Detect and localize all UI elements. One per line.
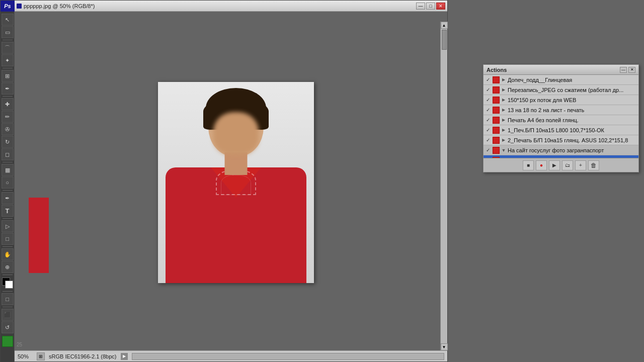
action-row-5[interactable]: ✓▶1_Печ.Б/П 10на15 L800 100,7*150-ОК bbox=[484, 125, 638, 135]
action-arrow-7[interactable]: ▼ bbox=[501, 147, 507, 153]
zoom-level: 50% bbox=[18, 353, 33, 359]
background-right bbox=[448, 0, 644, 362]
action-stop-btn[interactable]: ■ bbox=[523, 160, 534, 170]
action-icon-6 bbox=[493, 137, 500, 144]
action-label-1: Перезапись_JPEG со сжатием (работал др..… bbox=[508, 87, 637, 93]
standard-mode[interactable]: □ bbox=[2, 293, 14, 305]
actions-minimize-btn[interactable]: — bbox=[620, 67, 627, 73]
action-label-0: Допеч_подд__Глинцевая bbox=[508, 77, 637, 83]
action-row-1[interactable]: ✓▶Перезапись_JPEG со сжатием (работал др… bbox=[484, 85, 638, 95]
action-check-2[interactable]: ✓ bbox=[485, 97, 492, 104]
shape-tool[interactable]: □ bbox=[2, 233, 14, 245]
rotate-view[interactable]: ↺ bbox=[2, 321, 14, 333]
hand-tool[interactable]: ✋ bbox=[2, 248, 14, 260]
lasso-tool[interactable]: ⌒ bbox=[2, 42, 14, 54]
close-button[interactable]: ✕ bbox=[436, 3, 445, 10]
action-check-0[interactable]: ✓ bbox=[485, 76, 492, 83]
tool-divider-4 bbox=[3, 162, 13, 162]
action-check-6[interactable]: ✓ bbox=[485, 137, 492, 144]
scroll-up-arrow[interactable]: ▲ bbox=[441, 22, 448, 29]
window-controls: — □ ✕ bbox=[416, 3, 445, 10]
tool-divider-2 bbox=[3, 68, 13, 68]
action-check-4[interactable]: ✓ bbox=[485, 117, 492, 124]
action-row-7[interactable]: ✓▼На сайт госуслуг фото загранпаспорт bbox=[484, 145, 638, 155]
brush-tool[interactable]: ✏ bbox=[2, 111, 14, 123]
action-row-6[interactable]: ✓▶2_Печать Б/П 10на15 глянц. ASUS 102,2*… bbox=[484, 135, 638, 145]
actions-bottom-bar: ■ ● ▶ 🗂 + 🗑 bbox=[484, 158, 638, 172]
action-check-1[interactable]: ✓ bbox=[485, 86, 492, 94]
title-bar-left: pppppp.jpg @ 50% (RGB/8*) bbox=[17, 3, 95, 9]
tool-divider-9 bbox=[3, 291, 13, 292]
action-row-4[interactable]: ✓▶Печать А4 без полей глянц. bbox=[484, 115, 638, 125]
action-new-set-btn[interactable]: 🗂 bbox=[562, 160, 573, 170]
title-text: pppppp.jpg @ 50% (RGB/8*) bbox=[24, 3, 95, 9]
action-label-3: 13 на 18 по 2 на лист - печать bbox=[508, 107, 637, 113]
color-profile-text: sRGB IEC61966-2.1 (8bpc) bbox=[49, 353, 117, 359]
action-play-btn[interactable]: ▶ bbox=[549, 160, 560, 170]
action-label-6: 2_Печать Б/П 10на15 глянц. ASUS 102,2*15… bbox=[508, 137, 637, 143]
scroll-down-arrow[interactable]: ▼ bbox=[441, 343, 448, 350]
action-label-2: 150*150 px поток для WEB bbox=[508, 97, 637, 103]
crop-tool[interactable]: ⊞ bbox=[2, 70, 14, 82]
actions-panel-title-bar: Actions — ✕ bbox=[484, 65, 638, 75]
action-record-btn[interactable]: ● bbox=[536, 160, 547, 170]
zoom-tool[interactable]: ⊕ bbox=[2, 261, 14, 273]
photoshop-window: Ps pppppp.jpg @ 50% (RGB/8*) — □ ✕ ↖ ▭ ⌒… bbox=[0, 0, 448, 362]
path-select-tool[interactable]: ▷ bbox=[2, 220, 14, 232]
photo-inner bbox=[158, 82, 314, 283]
history-brush-tool[interactable]: ↻ bbox=[2, 136, 14, 148]
heal-tool[interactable]: ✚ bbox=[2, 98, 14, 110]
doc-tab-icon bbox=[17, 4, 22, 9]
eraser-tool[interactable]: ◻ bbox=[2, 148, 14, 160]
action-check-7[interactable]: ✓ bbox=[485, 147, 492, 154]
action-icon-1 bbox=[493, 86, 500, 94]
marquee-tool[interactable]: ▭ bbox=[2, 26, 14, 38]
action-icon-5 bbox=[493, 127, 500, 134]
status-icon[interactable]: ⊞ bbox=[37, 352, 45, 360]
move-tool[interactable]: ↖ bbox=[2, 14, 14, 26]
dodge-tool[interactable]: ○ bbox=[2, 176, 14, 189]
magic-wand-tool[interactable]: ✦ bbox=[2, 54, 14, 66]
action-delete-btn[interactable]: 🗑 bbox=[588, 160, 599, 170]
action-arrow-4: ▶ bbox=[501, 117, 507, 123]
status-bar: 50% ⊞ sRGB IEC61966-2.1 (8bpc) ▶ bbox=[15, 350, 447, 361]
collar-inner bbox=[221, 175, 251, 195]
action-arrow-5: ▶ bbox=[501, 127, 507, 133]
action-row-0[interactable]: ✓▶Допеч_подд__Глинцевая bbox=[484, 75, 638, 85]
screen-mode[interactable]: ⬛ bbox=[2, 309, 14, 321]
eyedropper-tool[interactable]: ✒ bbox=[2, 82, 14, 95]
title-bar: pppppp.jpg @ 50% (RGB/8*) — □ ✕ bbox=[1, 1, 447, 12]
pen-tool[interactable]: ✒ bbox=[2, 192, 14, 204]
tool-divider-6 bbox=[3, 218, 13, 219]
action-row-3[interactable]: ✓▶13 на 18 по 2 на лист - печать bbox=[484, 105, 638, 115]
person-face bbox=[213, 112, 259, 155]
action-icon-0 bbox=[493, 76, 500, 83]
text-tool[interactable]: T bbox=[2, 205, 14, 217]
actions-close-btn[interactable]: ✕ bbox=[628, 67, 635, 73]
action-arrow-1: ▶ bbox=[501, 87, 507, 93]
action-label-7: На сайт госуслуг фото загранпаспорт bbox=[508, 147, 637, 153]
status-scrollbar[interactable] bbox=[132, 353, 444, 360]
action-check-3[interactable]: ✓ bbox=[485, 107, 492, 114]
ps-logo-text: Ps bbox=[4, 3, 11, 9]
status-forward-arrow[interactable]: ▶ bbox=[121, 353, 128, 360]
actions-panel: Actions — ✕ ✓▶Допеч_подд__Глинцевая✓▶Пер… bbox=[483, 64, 639, 172]
left-toolbar: ↖ ▭ ⌒ ✦ ⊞ ✒ ✚ ✏ ✇ ↻ ◻ ▦ ○ ✒ T ▷ □ ✋ ⊕ □ bbox=[1, 12, 15, 362]
action-check-5[interactable]: ✓ bbox=[485, 127, 492, 134]
tool-divider-7 bbox=[3, 246, 13, 247]
action-arrow-6: ▶ bbox=[501, 137, 507, 143]
maximize-button[interactable]: □ bbox=[426, 3, 435, 10]
minimize-button[interactable]: — bbox=[416, 3, 425, 10]
actions-list: ✓▶Допеч_подд__Глинцевая✓▶Перезапись_JPEG… bbox=[484, 75, 638, 163]
gradient-tool[interactable]: ▦ bbox=[2, 164, 14, 176]
person-body bbox=[166, 167, 306, 283]
action-icon-2 bbox=[493, 97, 500, 104]
canvas-number: 25 bbox=[17, 342, 22, 347]
scroll-thumb[interactable] bbox=[442, 30, 447, 50]
action-new-btn[interactable]: + bbox=[575, 160, 586, 170]
action-row-2[interactable]: ✓▶150*150 px поток для WEB bbox=[484, 95, 638, 105]
clone-tool[interactable]: ✇ bbox=[2, 123, 14, 135]
action-icon-7 bbox=[493, 147, 500, 154]
canvas-area bbox=[15, 22, 447, 350]
foreground-color[interactable] bbox=[2, 278, 13, 289]
